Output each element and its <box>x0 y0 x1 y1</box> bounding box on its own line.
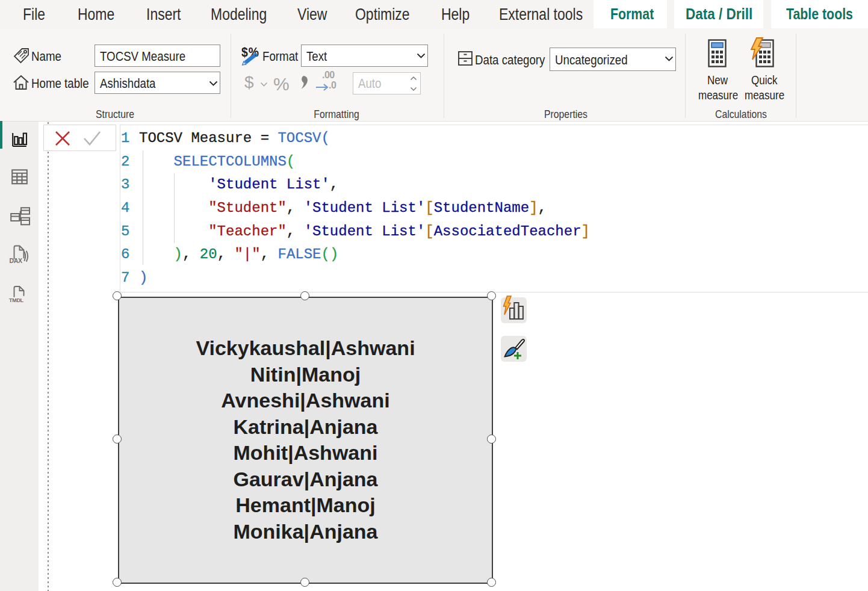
svg-text:TMDL: TMDL <box>9 297 24 303</box>
svg-text:DAX: DAX <box>10 257 23 264</box>
